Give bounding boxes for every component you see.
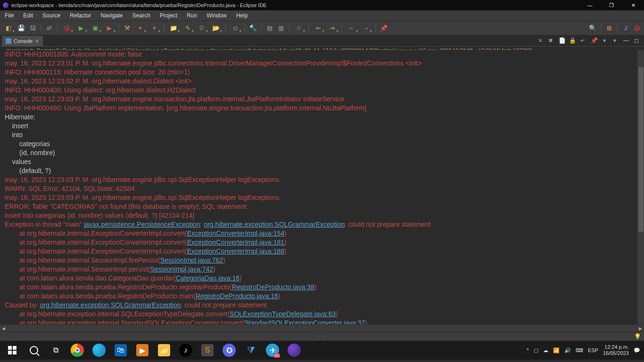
- taskbar-tiktok[interactable]: ♪: [176, 341, 195, 360]
- menu-edit[interactable]: Edit: [18, 10, 38, 21]
- nav-forward-button[interactable]: →: [359, 23, 372, 33]
- tip-icon[interactable]: 💡: [634, 333, 641, 340]
- menu-source[interactable]: Source: [38, 10, 65, 21]
- menu-run[interactable]: Run: [182, 10, 202, 21]
- save-all-button[interactable]: 🖫: [27, 23, 38, 33]
- taskbar-sublime[interactable]: S: [198, 341, 217, 360]
- stacktrace-link[interactable]: StandardSQLExceptionConverter.java:37: [244, 319, 365, 324]
- window-close-button[interactable]: ✕: [622, 0, 644, 10]
- menu-navigate[interactable]: Navigate: [96, 10, 127, 21]
- stacktrace-link[interactable]: RegistroDeProducto.java:38: [232, 283, 314, 291]
- coverage-button[interactable]: ▣: [89, 23, 102, 33]
- taskbar-discord[interactable]: ✪: [220, 341, 239, 360]
- stacktrace-link[interactable]: SQLExceptionTypeDelegate.java:63: [230, 310, 336, 318]
- taskbar-chrome[interactable]: [68, 341, 87, 360]
- remove-launch-button[interactable]: ✕: [536, 36, 545, 45]
- scroll-left-icon[interactable]: ◀: [0, 325, 7, 332]
- pin-console-button[interactable]: 📌: [589, 36, 599, 45]
- new-button[interactable]: ◧: [2, 23, 15, 33]
- menu-project[interactable]: Project: [155, 10, 182, 21]
- menu-search[interactable]: Search: [128, 10, 155, 21]
- display-selected-console-button[interactable]: ▾: [600, 36, 609, 45]
- stacktrace-link[interactable]: CategoriaDao.java:16: [176, 274, 239, 282]
- task-view-button[interactable]: ⧉: [46, 341, 65, 360]
- keyboard-icon[interactable]: ⌨: [576, 347, 583, 354]
- menu-file[interactable]: File: [0, 10, 18, 21]
- tray-chevron-icon[interactable]: ^: [527, 347, 529, 353]
- search-button[interactable]: 🔦: [248, 23, 258, 33]
- clock[interactable]: 12:24 p.m. 16/05/2023: [603, 344, 629, 356]
- taskbar-edge[interactable]: [90, 341, 108, 360]
- taskbar-movies[interactable]: ▶: [133, 341, 152, 360]
- language-indicator[interactable]: ESP: [588, 347, 598, 353]
- scroll-right-icon[interactable]: ▶: [637, 325, 644, 332]
- open-console-button[interactable]: ▾: [610, 36, 619, 45]
- save-button[interactable]: 💾: [16, 23, 26, 33]
- forward-button[interactable]: ⇒: [326, 23, 339, 33]
- open-perspective-button[interactable]: ⊞: [604, 23, 614, 33]
- console-output[interactable]: INFO: HHH10001005: Autocommit mode: fals…: [0, 50, 644, 324]
- run-button[interactable]: ▶: [74, 23, 88, 33]
- wifi-icon[interactable]: 📶: [553, 347, 560, 354]
- taskbar-vscode[interactable]: ⧩: [241, 341, 260, 360]
- java-perspective-button[interactable]: J: [620, 23, 631, 33]
- new-package-button[interactable]: 📁: [167, 23, 180, 33]
- scroll-lock-button[interactable]: 🔒: [568, 36, 577, 45]
- tool-button[interactable]: ⚒: [122, 23, 132, 33]
- close-tab-icon[interactable]: ✕: [35, 38, 39, 44]
- menu-refactor[interactable]: Refactor: [65, 10, 96, 21]
- taskbar-telegram[interactable]: ✈03: [263, 341, 282, 360]
- vertical-scrollbar[interactable]: [637, 50, 644, 324]
- stacktrace-link[interactable]: ExceptionConverterImpl.java:181: [187, 239, 284, 246]
- tool-button[interactable]: ✦: [133, 23, 147, 33]
- stacktrace-link[interactable]: ExceptionConverterImpl.java:188: [187, 247, 284, 255]
- start-button[interactable]: [3, 341, 22, 360]
- taskbar-store[interactable]: 🛍: [111, 341, 130, 360]
- align-button[interactable]: ▤: [264, 23, 275, 33]
- onedrive-icon[interactable]: ☁: [543, 347, 548, 354]
- taskbar-explorer[interactable]: 📁: [155, 341, 173, 360]
- console-tab[interactable]: Console ✕: [2, 36, 43, 46]
- window-maximize-button[interactable]: ❐: [601, 0, 622, 10]
- new-class-button[interactable]: ©: [195, 23, 208, 33]
- scrollbar-thumb[interactable]: [638, 67, 644, 232]
- nav-back-button[interactable]: ←: [345, 23, 358, 33]
- horizontal-scrollbar[interactable]: ◀ ▶: [0, 324, 644, 331]
- menu-help[interactable]: Help: [231, 10, 253, 21]
- search-icon[interactable]: 🔍: [587, 23, 598, 33]
- debug-button[interactable]: 🐞: [60, 23, 74, 33]
- pin-button[interactable]: 📌: [379, 23, 389, 33]
- new-folder-button[interactable]: 📂: [209, 23, 223, 33]
- notifications-icon[interactable]: 💬: [634, 347, 640, 354]
- back-button[interactable]: ⇐: [312, 23, 325, 33]
- annotation-button[interactable]: ☆: [292, 23, 305, 33]
- system-tray[interactable]: ^ ▢ ☁ 📶 🔊 ⌨ ESP 12:24 p.m. 16/05/2023 💬: [527, 344, 641, 356]
- stacktrace-link[interactable]: ExceptionConverterImpl.java:154: [187, 230, 284, 237]
- minimize-view-button[interactable]: —: [621, 36, 631, 45]
- stacktrace-link[interactable]: org.hibernate.exception.SQLGrammarExcept…: [204, 221, 345, 228]
- stacktrace-link[interactable]: RegistroDeProducto.java:16: [196, 292, 278, 300]
- new-button[interactable]: ✎: [181, 23, 194, 33]
- stacktrace-link[interactable]: javax.persistence.PersistenceException: [84, 221, 200, 228]
- menu-window[interactable]: Window: [202, 10, 231, 21]
- clear-console-button[interactable]: 📄: [557, 36, 567, 45]
- battery-icon[interactable]: ▢: [534, 347, 538, 354]
- stacktrace-link[interactable]: SessionImpl.java:742: [150, 265, 213, 273]
- taskbar-search-button[interactable]: [25, 341, 43, 360]
- volume-icon[interactable]: 🔊: [564, 347, 571, 354]
- external-tools-button[interactable]: ▶: [103, 23, 116, 33]
- stacktrace-link[interactable]: SessionImpl.java:762: [160, 256, 223, 264]
- maximize-view-button[interactable]: ◻: [632, 36, 641, 45]
- taskbar-eclipse[interactable]: [285, 341, 304, 360]
- toolbar-separator: [601, 24, 601, 33]
- stacktrace-link[interactable]: org.hibernate.exception.SQLGrammarExcept…: [40, 301, 181, 309]
- word-wrap-button[interactable]: ↵: [578, 36, 587, 45]
- tool-button[interactable]: ✦: [148, 23, 161, 33]
- switch-button[interactable]: ⇄: [44, 23, 54, 33]
- debug-perspective-button[interactable]: 🐞: [632, 23, 642, 33]
- clock-date: 16/05/2023: [603, 350, 629, 356]
- open-type-button[interactable]: ⊙: [229, 23, 242, 33]
- window-minimize-button[interactable]: —: [579, 0, 601, 10]
- align-button[interactable]: ▥: [276, 23, 286, 33]
- remove-all-launches-button[interactable]: ✖: [546, 36, 555, 45]
